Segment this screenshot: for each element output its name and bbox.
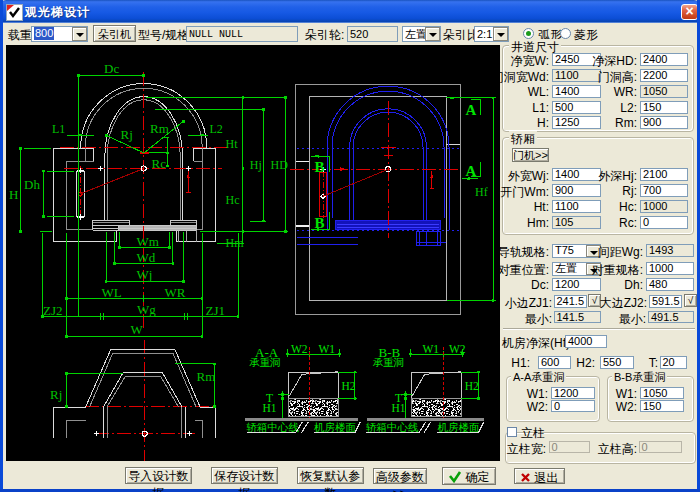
svg-text:机房楼面: 机房楼面 [314,421,356,433]
svg-text:轿箱中心线: 轿箱中心线 [366,421,419,433]
svg-text:Rm: Rm [150,121,169,136]
svg-text:Dc: Dc [104,61,119,76]
svg-text:Wj: Wj [137,267,153,282]
svg-text:Hc: Hc [226,193,240,207]
svg-text:ZJ1: ZJ1 [206,303,226,318]
svg-text:HD: HD [271,158,289,172]
svg-text:H: H [9,187,18,202]
svg-text:B: B [315,159,325,175]
svg-text:Hf: Hf [475,185,488,199]
svg-text:轿箱中心线: 轿箱中心线 [247,421,300,433]
svg-text:H2: H2 [341,380,355,392]
svg-text:Ht: Ht [226,137,239,151]
svg-text:Rm: Rm [197,369,216,384]
svg-text:Wg: Wg [137,302,156,317]
svg-text:W1: W1 [423,343,440,355]
svg-text:Rj: Rj [50,387,62,402]
svg-text:A: A [466,102,477,118]
svg-text:WL: WL [102,285,122,300]
svg-text:B: B [315,215,325,231]
svg-text:H2: H2 [465,380,479,392]
svg-text:H1: H1 [263,402,277,414]
svg-text:机房楼面: 机房楼面 [437,421,479,433]
svg-text:W: W [131,322,144,337]
svg-text:Rc: Rc [152,156,167,171]
svg-text:承重洞: 承重洞 [373,356,405,368]
svg-text:承重洞: 承重洞 [249,356,281,368]
svg-text:W2: W2 [291,343,308,355]
svg-text:Wm: Wm [137,234,159,249]
svg-text:Dh: Dh [24,177,40,192]
svg-text:WR: WR [165,285,186,300]
svg-text:Hm: Hm [226,236,245,250]
svg-text:Hj: Hj [250,158,262,172]
svg-text:H1: H1 [392,402,406,414]
svg-text:Rj: Rj [121,127,133,142]
svg-text:L2: L2 [210,122,223,136]
svg-text:ZJ2: ZJ2 [43,303,63,318]
svg-text:W1: W1 [319,343,336,355]
svg-text:W2: W2 [449,343,466,355]
svg-text:Wd: Wd [137,250,156,265]
svg-text:L1: L1 [52,122,65,136]
